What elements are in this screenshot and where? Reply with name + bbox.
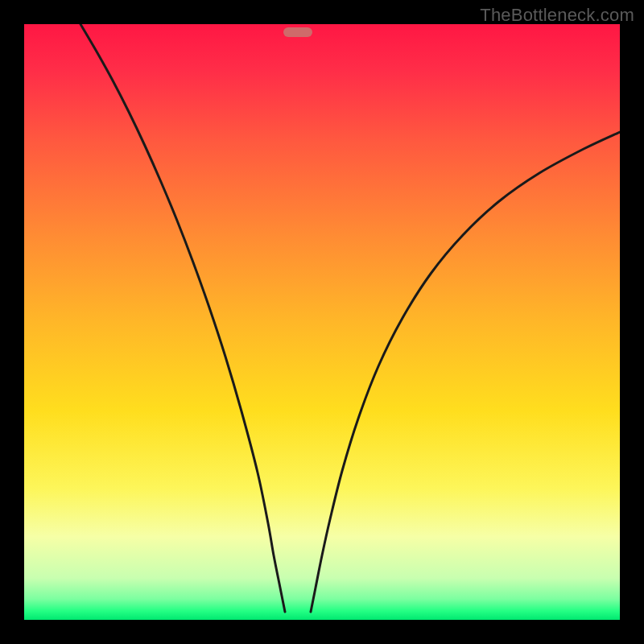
right-curve — [311, 132, 620, 612]
curve-layer — [24, 24, 620, 620]
watermark-text: TheBottleneck.com — [480, 5, 634, 26]
min-marker — [283, 27, 312, 37]
plot-area — [24, 24, 620, 620]
left-curve — [80, 24, 285, 612]
chart-frame: TheBottleneck.com — [0, 0, 644, 644]
